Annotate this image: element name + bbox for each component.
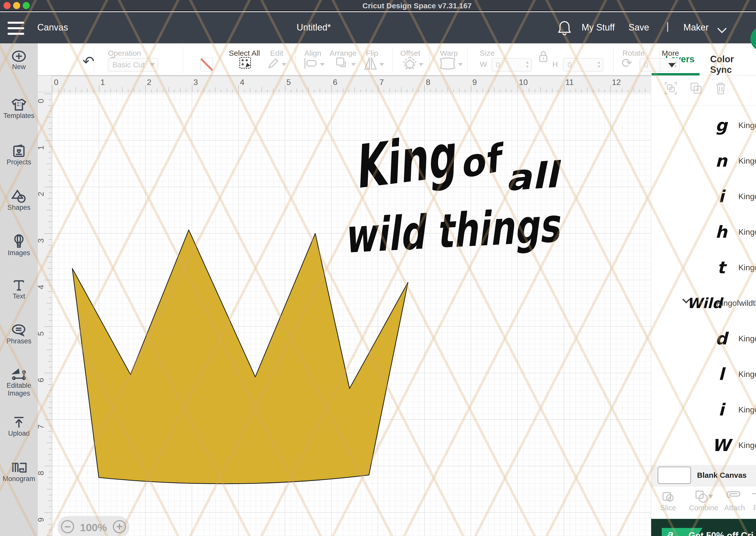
layer-row[interactable]: g Kingofwildthings xyxy=(651,107,756,143)
save-button[interactable]: Save xyxy=(628,22,649,33)
nav-canvas-label: Canvas xyxy=(37,22,68,33)
layer-row[interactable]: l Kingofwildthings xyxy=(651,356,756,392)
sidebar-item-phrases[interactable]: Phrases xyxy=(0,324,38,345)
flip-label: Flip xyxy=(366,49,378,57)
layer-thumbnail: g xyxy=(715,116,727,135)
zoom-in-button[interactable]: + xyxy=(113,520,126,533)
layer-label: Kingofwildthings xyxy=(739,369,756,379)
flip-icon xyxy=(363,56,377,70)
layer-thumbnail: n xyxy=(715,151,727,170)
fullscreen-window-button[interactable] xyxy=(23,2,30,9)
combine-button: Combine xyxy=(689,490,718,512)
ruler-number: 0 xyxy=(54,78,58,87)
layer-row[interactable]: h Kingofwildthings xyxy=(651,214,756,250)
clipboard-heart-icon xyxy=(12,144,25,157)
navbar-separator: | xyxy=(666,21,669,32)
machine-select-button[interactable]: Maker xyxy=(683,22,709,33)
ruler-number: 5 xyxy=(287,78,291,87)
close-window-button[interactable] xyxy=(4,2,11,9)
width-input: 0▲▼ xyxy=(491,58,532,72)
layer-thumbnail: h xyxy=(715,222,727,242)
horizontal-ruler: 0123456789101112 xyxy=(38,76,651,92)
ruler-number: 9 xyxy=(472,78,477,87)
design-canvas[interactable] xyxy=(52,92,651,536)
layer-actions-bar: Slice Combine Attach F xyxy=(651,486,756,519)
my-stuff-button[interactable]: My Stuff xyxy=(582,22,614,33)
app-title: Cricut Design Space v7.31.167 xyxy=(362,2,472,10)
machine-chevron-down-icon[interactable] xyxy=(717,24,727,33)
layer-thumbnail: t xyxy=(717,258,725,277)
layer-row[interactable]: d Kingofwildthings xyxy=(651,321,756,356)
slice-icon xyxy=(662,490,675,503)
document-title[interactable]: Untitled* xyxy=(297,22,331,33)
warp-chevron-icon xyxy=(458,63,463,66)
align-icon xyxy=(304,57,318,69)
sidebar-item-monogram[interactable]: Monogram xyxy=(0,461,38,483)
sidebar-item-upload[interactable]: Upload xyxy=(0,416,38,437)
menu-hamburger-icon[interactable] xyxy=(8,22,24,35)
layer-thumbnail: l xyxy=(718,364,724,384)
operation-label: Operation xyxy=(108,49,141,57)
layer-label: Kingofwildthings xyxy=(739,156,756,165)
ruler-number: 1 xyxy=(101,78,105,87)
flip-chevron-icon xyxy=(380,63,384,66)
notifications-bell-icon[interactable] xyxy=(557,20,572,36)
warp-label: Warp xyxy=(440,49,458,57)
more-chevron-icon[interactable] xyxy=(668,63,676,68)
pencil-icon xyxy=(267,57,280,70)
layer-row[interactable]: i Kingofwildthings xyxy=(651,392,756,427)
ruler-number: 11 xyxy=(565,78,574,87)
layer-label: Kingofwildthings xyxy=(739,120,756,130)
toolbar-divider xyxy=(393,47,393,72)
layer-thumbnail: i xyxy=(718,400,724,419)
height-label: H xyxy=(552,60,558,69)
toolbar-divider xyxy=(296,47,296,72)
layer-thumbnail: i xyxy=(718,186,724,206)
more-label[interactable]: More xyxy=(662,49,679,57)
blank-canvas-row[interactable]: Blank Canvas xyxy=(651,465,756,486)
speech-bubble-icon xyxy=(12,324,26,336)
layer-row[interactable]: W Kingofwildthings xyxy=(651,427,756,463)
sidebar-item-shapes[interactable]: Shapes xyxy=(0,189,38,212)
sidebar-item-editable-images[interactable]: Editable Images xyxy=(0,368,38,397)
edit-toolbar: ↶ ↷ Operation Basic Cut Select All Edit … xyxy=(38,43,651,76)
sidebar-item-projects[interactable]: Projects xyxy=(0,144,38,166)
ruler-number: 10 xyxy=(519,78,528,87)
arrange-label: Arrange xyxy=(330,49,357,57)
toolbar-divider xyxy=(94,47,94,72)
minimize-window-button[interactable] xyxy=(13,2,20,9)
toolbar-divider xyxy=(467,47,467,72)
toolbar-divider xyxy=(660,47,660,72)
zoom-out-button[interactable]: − xyxy=(61,520,74,533)
layer-row[interactable]: n Kingofwildthings xyxy=(651,143,756,179)
sidebar-item-templates[interactable]: Templates xyxy=(0,98,38,120)
sidebar-item-images[interactable]: Images xyxy=(0,234,38,257)
select-all-label[interactable]: Select All xyxy=(229,49,260,57)
duplicate-icon xyxy=(689,82,703,95)
operation-select: Basic Cut xyxy=(108,58,158,72)
layer-label: Kingofwildthings xyxy=(739,227,756,237)
promo-banner[interactable]: a Get 50% off Cri xyxy=(651,519,756,536)
sidebar-item-new[interactable]: New xyxy=(0,50,38,71)
panel-divider xyxy=(651,105,756,106)
layer-row[interactable]: t Kingofwildthings xyxy=(651,250,756,285)
vector-path-icon xyxy=(11,368,26,381)
select-all-icon[interactable] xyxy=(239,57,251,69)
edit-chevron-icon xyxy=(282,63,286,66)
layer-row[interactable]: i Kingofwildthings xyxy=(651,179,756,214)
sidebar-item-text[interactable]: Text xyxy=(0,279,38,300)
layer-group-row[interactable]: Wild Kingofwildthings xyxy=(651,285,756,321)
width-stepper: ▲▼ xyxy=(525,60,529,69)
flatten-button-partial: F xyxy=(750,490,756,512)
undo-button[interactable]: ↶ xyxy=(83,54,94,69)
slice-button: Slice xyxy=(660,490,676,512)
rotate-icon: ⟳ xyxy=(621,55,633,71)
layer-thumbnail: W xyxy=(712,435,731,455)
layer-label: Kingofwildthings xyxy=(739,263,756,272)
new-plus-icon xyxy=(12,50,26,62)
tab-color-sync[interactable]: Color Sync xyxy=(710,54,756,75)
layer-label: Kingofwildthings xyxy=(716,298,756,308)
select-chevron-icon xyxy=(150,63,155,67)
layer-label: Kingofwildthings xyxy=(739,334,756,343)
triangle-circle-icon xyxy=(11,189,26,203)
